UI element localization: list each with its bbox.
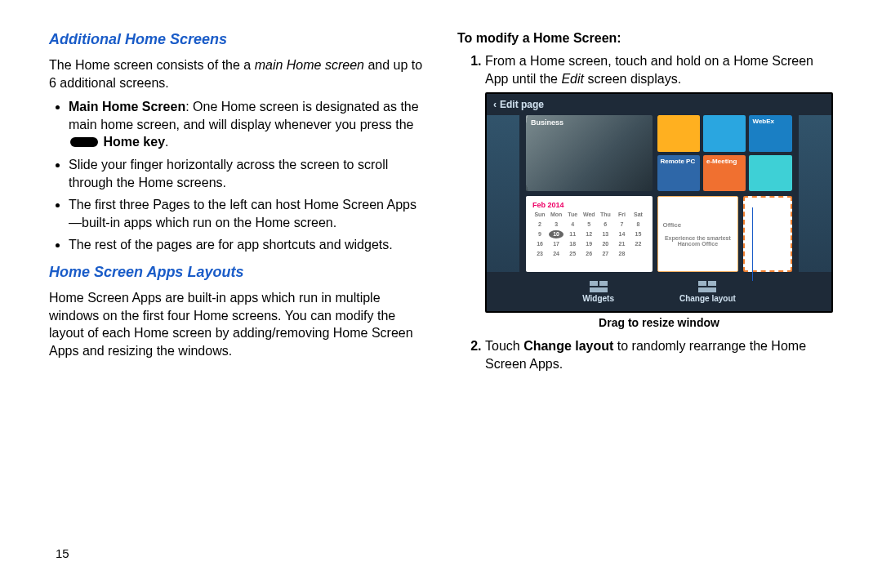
mini-tile (703, 115, 746, 152)
change-layout-button: Change layout (679, 281, 736, 303)
tile-label: Business (531, 118, 564, 127)
calendar-grid: SunMonTueWedThuFriSat 2345678 9101112131… (532, 211, 646, 258)
intro-paragraph: The Home screen consists of the a main H… (49, 56, 425, 91)
change-layout-label: Change layout (679, 294, 736, 303)
tile-office: Office Experience the smartest Hancom Of… (657, 196, 739, 272)
section-heading-additional: Additional Home Screens (49, 31, 425, 48)
side-panel-left (487, 115, 519, 272)
page-number: 15 (56, 546, 69, 560)
text: screen displays. (584, 72, 681, 86)
mini-tile: e-Meeting (703, 155, 746, 192)
layout-icon (698, 281, 716, 292)
tile-calendar: Feb 2014 SunMonTueWedThuFriSat 2345678 9… (526, 196, 653, 272)
bullet-item: The first three Pages to the left can ho… (69, 196, 425, 231)
bullet-item: Slide your finger horizontally across th… (69, 156, 425, 191)
subsection-heading: To modify a Home Screen: (457, 31, 833, 46)
edit-page-label: Edit page (500, 99, 544, 110)
section-heading-layouts: Home Screen Apps Layouts (49, 264, 425, 281)
mini-tile (657, 115, 700, 152)
tile-grid: WebEx Remote PC e-Meeting (657, 115, 792, 191)
bullet-lead: Main Home Screen (69, 100, 185, 114)
edit-page-bar: ‹Edit page (493, 99, 544, 110)
widgets-icon (590, 281, 608, 292)
callout-line (752, 207, 753, 281)
text: . (165, 135, 168, 149)
tile-resize-target (743, 196, 792, 272)
office-body: Experience the smartest Hancom Office (663, 235, 733, 247)
bullet-list: Main Home Screen: One Home screen is des… (49, 98, 425, 254)
bottom-bar: Widgets Change layout (487, 281, 831, 303)
figure-caption: Drag to resize window (485, 316, 833, 329)
text: The Home screen consists of the a (49, 58, 255, 72)
widgets-button: Widgets (582, 281, 614, 303)
home-key-icon (70, 137, 98, 147)
mini-tile (749, 155, 792, 192)
text-italic: main Home screen (255, 58, 364, 72)
text-italic: Edit (561, 72, 584, 86)
steps-list: From a Home screen, touch and hold on a … (457, 52, 833, 372)
step-item: From a Home screen, touch and hold on a … (485, 52, 833, 329)
right-column: To modify a Home Screen: From a Home scr… (457, 31, 833, 381)
office-label: Office (663, 221, 682, 229)
tile-business: Business (526, 115, 653, 191)
key-label: Home key (103, 135, 165, 149)
mini-tile: WebEx (749, 115, 792, 152)
text-bold: Change layout (523, 339, 613, 353)
bullet-item: Main Home Screen: One Home screen is des… (69, 98, 425, 151)
text: Touch (485, 339, 523, 353)
side-panel-right (799, 115, 831, 272)
mini-tile: Remote PC (657, 155, 700, 192)
layouts-body: Home Screen Apps are built-in apps which… (49, 289, 425, 359)
chevron-left-icon: ‹ (493, 99, 497, 110)
calendar-month: Feb 2014 (532, 201, 646, 209)
device-screenshot: ‹Edit page Business WebEx Remote PC e-Me… (485, 92, 833, 313)
step-item: Touch Change layout to randomly rearrang… (485, 337, 833, 372)
bullet-item: The rest of the pages are for app shortc… (69, 236, 425, 254)
widgets-label: Widgets (582, 294, 614, 303)
left-column: Additional Home Screens The Home screen … (49, 31, 425, 381)
